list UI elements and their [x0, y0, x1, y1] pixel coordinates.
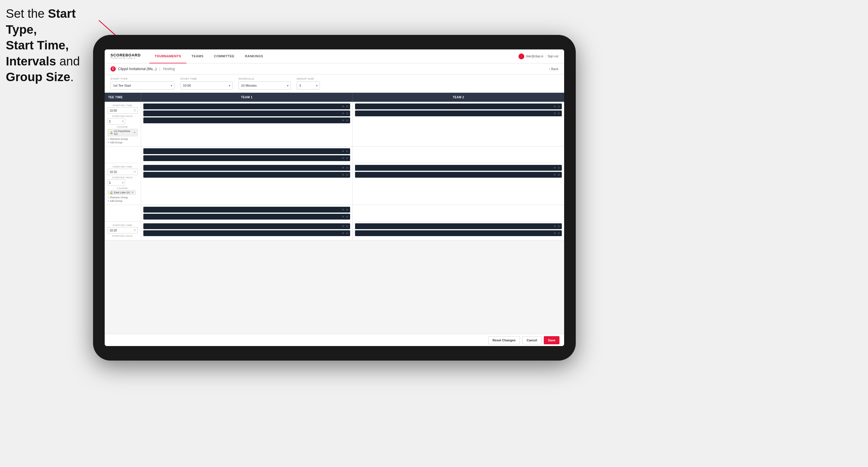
- add-group-btn-2[interactable]: + Add Group: [107, 199, 138, 203]
- starting-hole-wrapper-1: 123: [107, 118, 125, 124]
- cancel-button[interactable]: Cancel: [522, 336, 541, 344]
- team1-col-3: ✕ ⊙ ✕ ⊙: [141, 222, 353, 240]
- course-name-1: (A) Peachtree GC: [114, 130, 132, 135]
- search-player-icon[interactable]: ⊙: [558, 112, 560, 115]
- group3-right: ✕ ⊙ ✕ ⊙ ✕ ⊙ ✕: [141, 222, 564, 240]
- start-time-select-wrapper: 10:00 10:30: [180, 82, 232, 90]
- start-time-select[interactable]: 10:00 10:30: [180, 82, 232, 90]
- player-slot-g3-1-2: ✕ ⊙: [143, 230, 350, 236]
- search-player-icon[interactable]: ⊙: [346, 166, 348, 169]
- remove-player-icon[interactable]: ✕: [342, 119, 344, 122]
- intervals-select-wrapper: 5 Minutes 10 Minutes 15 Minutes: [239, 82, 291, 90]
- nav-bar: SCOREBOARD Powered by clipp.d TOURNAMENT…: [105, 50, 564, 63]
- group3-left: STARTING TIME: ⏱ STARTING HOLE:: [105, 222, 141, 240]
- start-type-select[interactable]: 1st Tee Start Shotgun Start 10th Tee Sta…: [111, 82, 175, 90]
- search-player-icon[interactable]: ⊙: [346, 215, 348, 218]
- remove-player-icon[interactable]: ✕: [342, 208, 344, 211]
- search-player-icon[interactable]: ⊙: [346, 173, 348, 176]
- intervals-select[interactable]: 5 Minutes 10 Minutes 15 Minutes: [239, 82, 291, 90]
- remove-player-icon[interactable]: ✕: [554, 112, 556, 115]
- search-player-icon[interactable]: ⊙: [346, 225, 348, 228]
- instruction-line2: Start Time,: [6, 38, 69, 52]
- remove-player-icon[interactable]: ✕: [554, 173, 556, 176]
- team1-col-2: ✕ ⊙ ✕ ⊙: [141, 163, 353, 205]
- starting-time-label-2: STARTING TIME:: [107, 165, 138, 168]
- remove-player-icon[interactable]: ✕: [342, 232, 344, 235]
- course-tag-1: ⛳ (A) Peachtree GC ✕: [107, 129, 138, 136]
- search-player-icon[interactable]: ⊙: [346, 232, 348, 235]
- start-type-select-wrapper: 1st Tee Start Shotgun Start 10th Tee Sta…: [111, 82, 175, 90]
- starting-hole-select-2[interactable]: 12: [107, 179, 125, 186]
- search-player-icon[interactable]: ⊙: [346, 112, 348, 115]
- nav-tab-teams[interactable]: TEAMS: [186, 50, 209, 63]
- remove-group-btn-1[interactable]: ○ Remove Group: [107, 137, 138, 141]
- search-player-icon[interactable]: ⊙: [346, 150, 348, 153]
- save-button[interactable]: Save: [544, 336, 559, 344]
- remove-player-icon[interactable]: ✕: [342, 105, 344, 108]
- remove-course-1[interactable]: ✕: [133, 131, 136, 134]
- nav-tab-tournaments[interactable]: TOURNAMENTS: [150, 50, 186, 63]
- starting-hole-label-1: STARTING HOLE:: [107, 115, 138, 118]
- start-type-group: Start Type 1st Tee Start Shotgun Start 1…: [111, 77, 175, 90]
- team2-course-col-2: [353, 205, 564, 221]
- group-size-select[interactable]: 2 3 4 5: [297, 82, 320, 90]
- search-player-icon[interactable]: ⊙: [558, 166, 560, 169]
- instruction-line3-rest: and: [56, 54, 80, 68]
- remove-player-icon[interactable]: ✕: [342, 225, 344, 228]
- course-name-2: East Lake GC: [114, 191, 130, 194]
- start-time-label: Start Time: [180, 77, 232, 80]
- group-size-select-wrapper: 2 3 4 5: [297, 82, 320, 90]
- group1-course-left: [105, 147, 141, 163]
- table-row: STARTING TIME: ⏱ STARTING HOLE: 12 COURS…: [105, 163, 564, 205]
- remove-player-icon[interactable]: ✕: [554, 105, 556, 108]
- player-slot-g2c-2: ✕ ⊙: [143, 214, 350, 220]
- search-player-icon[interactable]: ⊙: [346, 208, 348, 211]
- search-player-icon[interactable]: ⊙: [558, 232, 560, 235]
- reset-changes-button[interactable]: Reset Changes: [488, 336, 520, 344]
- remove-player-icon[interactable]: ✕: [342, 157, 344, 160]
- course-tag-2: ⛳ East Lake GC ✕: [107, 190, 136, 195]
- remove-player-icon[interactable]: ✕: [342, 173, 344, 176]
- remove-player-icon[interactable]: ✕: [342, 166, 344, 169]
- search-player-icon[interactable]: ⊙: [558, 225, 560, 228]
- course-label-1: COURSE:: [107, 126, 138, 128]
- remove-player-icon[interactable]: ✕: [554, 232, 556, 235]
- clock-icon-3: ⏱: [133, 229, 136, 232]
- back-button[interactable]: ‹ Back: [549, 67, 558, 71]
- group1-actions: ○ Remove Group + Add Group: [107, 137, 138, 144]
- footer-bar: Reset Changes Cancel Save: [105, 334, 564, 346]
- starting-hole-select-1[interactable]: 123: [107, 118, 125, 124]
- start-type-label: Start Type: [111, 77, 175, 80]
- team2-col-3: ✕ ⊙ ✕ ⊙: [353, 222, 564, 240]
- search-player-icon[interactable]: ⊙: [346, 119, 348, 122]
- remove-player-icon[interactable]: ✕: [554, 166, 556, 169]
- search-player-icon[interactable]: ⊙: [346, 157, 348, 160]
- user-email: blair@clipp.io: [526, 55, 544, 58]
- tablet-device: SCOREBOARD Powered by clipp.d TOURNAMENT…: [93, 35, 576, 361]
- remove-course-2[interactable]: ✕: [131, 191, 134, 194]
- team2-course-col-1: [353, 147, 564, 163]
- search-player-icon[interactable]: ⊙: [558, 173, 560, 176]
- search-player-icon[interactable]: ⊙: [558, 105, 560, 108]
- group2-actions: ○ Remove Group + Add Group: [107, 196, 138, 203]
- nav-tab-committee[interactable]: COMMITTEE: [209, 50, 240, 63]
- player-slot-2-1: ✕ ⊙: [355, 103, 562, 109]
- hosting-label: Hosting: [163, 67, 175, 71]
- add-group-btn-1[interactable]: + Add Group: [107, 141, 138, 144]
- remove-player-icon[interactable]: ✕: [342, 150, 344, 153]
- player-slot-course-1: ✕ ⊙: [143, 148, 350, 154]
- search-player-icon[interactable]: ⊙: [346, 105, 348, 108]
- starting-hole-label-3: STARTING HOLE:: [107, 235, 138, 237]
- remove-player-icon[interactable]: ✕: [554, 225, 556, 228]
- remove-player-icon[interactable]: ✕: [342, 215, 344, 218]
- nav-tab-rankings[interactable]: RANKINGS: [240, 50, 269, 63]
- player-slot-course-2: ✕ ⊙: [143, 155, 350, 161]
- player-slot-1-1: ✕ ⊙: [143, 103, 350, 109]
- remove-player-icon[interactable]: ✕: [342, 112, 344, 115]
- group1-right: ✕ ⊙ ✕ ⊙ ✕ ⊙ ✕: [141, 102, 564, 146]
- player-slot-1-2: ✕ ⊙: [143, 111, 350, 116]
- starting-time-input-wrapper-1: ⏱: [107, 107, 138, 114]
- remove-group-btn-2[interactable]: ○ Remove Group: [107, 196, 138, 199]
- sign-out-link[interactable]: Sign out: [548, 55, 558, 58]
- player-slot-g3-2-1: ✕ ⊙: [355, 223, 562, 229]
